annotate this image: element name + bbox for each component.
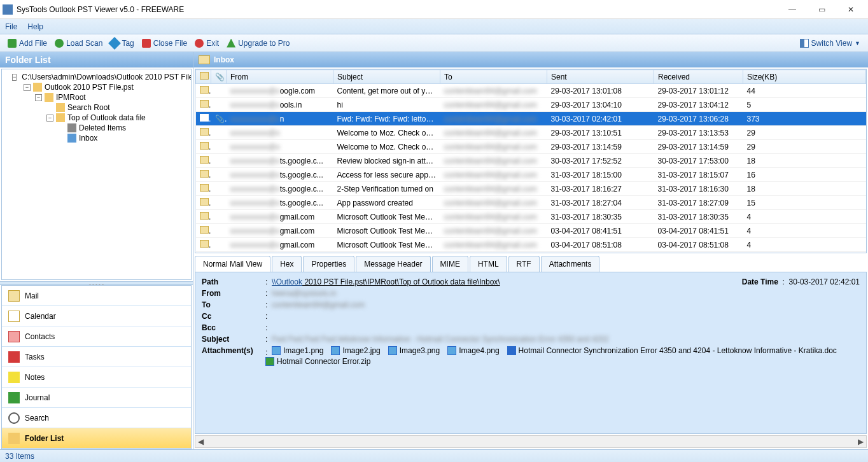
table-row[interactable]: xxxxxxxxxx@xWelcome to Moz. Check out ..…	[196, 126, 866, 140]
table-row[interactable]: xxxxxxxxxx@xts.google.c...2-Step Verific…	[196, 182, 866, 196]
chevron-down-icon: ▼	[855, 40, 860, 46]
size-cell: 18	[743, 182, 866, 196]
tab-attachments[interactable]: Attachments	[541, 256, 600, 272]
titlebar: SysTools Outlook PST Viewer v5.0 - FREEW…	[0, 0, 868, 19]
nav-tasks[interactable]: Tasks	[2, 347, 191, 367]
tab-rtf[interactable]: RTF	[508, 256, 540, 272]
col-subject[interactable]: Subject	[333, 70, 440, 84]
size-cell: 16	[743, 168, 866, 182]
attachment-item[interactable]: Image2.jpg	[331, 346, 380, 355]
subject-cell: Welcome to Moz. Check out ...	[333, 140, 440, 154]
table-row[interactable]: xxxxxxxxxx@xgmail.comMicrosoft Outlook T…	[196, 224, 866, 238]
tab-properties[interactable]: Properties	[303, 256, 354, 272]
attachment-item[interactable]: Image3.png	[388, 346, 440, 355]
col-env-icon[interactable]	[196, 70, 211, 84]
col-sent[interactable]: Sent	[547, 70, 654, 84]
received-cell: 29-03-2017 13:14:59	[654, 140, 743, 154]
grid-header-row[interactable]: 📎 From Subject To Sent Received Size(KB)	[196, 70, 866, 84]
table-row[interactable]: xxxxxxxxxx@xools.inhicontentteam94@gmail…	[196, 98, 866, 112]
received-cell: 31-03-2017 18:30:35	[654, 210, 743, 224]
sent-cell: 30-03-2017 17:52:52	[547, 154, 654, 168]
table-row[interactable]: xxxxxxxxxx@xts.google.c...App password c…	[196, 196, 866, 210]
collapse-icon[interactable]: −	[46, 115, 53, 122]
close-file-button[interactable]: Close File	[138, 38, 191, 49]
tree-node-deleted[interactable]: Deleted Items	[3, 123, 190, 133]
nav-calendar[interactable]: Calendar	[2, 306, 191, 326]
load-scan-button[interactable]: Load Scan	[51, 38, 106, 49]
image-icon	[388, 346, 397, 355]
scroll-left-icon[interactable]: ◀	[198, 437, 204, 446]
datetime-value: 30-03-2017 02:42:01	[789, 277, 860, 286]
table-row[interactable]: xxxxxxxxxx@xts.google.c...Review blocked…	[196, 154, 866, 168]
nav-notes[interactable]: Notes	[2, 367, 191, 388]
attachment-item[interactable]: Hotmail Connector Error.zip	[265, 357, 370, 366]
path-link[interactable]: \\Outlook	[272, 277, 302, 286]
sent-cell: 03-04-2017 08:41:51	[547, 224, 654, 238]
nav-folder-list[interactable]: Folder List	[2, 428, 191, 449]
tab-html[interactable]: HTML	[470, 256, 507, 272]
detail-body: Path : \\Outlook 2010 PST File.pst\IPMRo…	[195, 272, 867, 434]
tree-node-root[interactable]: −C:\Users\admin\Downloads\Outlook 2010 P…	[3, 72, 190, 82]
tree-node-search-root[interactable]: Search Root	[3, 102, 190, 113]
col-to[interactable]: To	[440, 70, 547, 84]
scroll-right-icon[interactable]: ▶	[858, 437, 864, 446]
table-row[interactable]: xxxxxxxxxx@xts.google.c...Access for les…	[196, 168, 866, 182]
folder-list-header: Folder List	[0, 52, 193, 67]
from-cell: xxxxxxxxxx@x	[230, 87, 280, 95]
to-cell: contentteam94@gmail.com	[444, 185, 537, 193]
table-row[interactable]: xxxxxxxxxx@xgmail.comMicrosoft Outlook T…	[196, 238, 866, 252]
tree-node-pst[interactable]: −Outlook 2010 PST File.pst	[3, 82, 190, 92]
attachments-label: Attachment(s)	[202, 346, 265, 355]
tag-button[interactable]: Tag	[106, 38, 137, 49]
table-row[interactable]: xxxxxxxxxx@xgmail.comMicrosoft Outlook T…	[196, 210, 866, 224]
path-label: Path	[202, 277, 265, 286]
menubar: File Help	[0, 19, 868, 34]
nav-journal[interactable]: Journal	[2, 388, 191, 408]
table-row[interactable]: xxxxxxxxxx@xWelcome to Moz. Check out ..…	[196, 140, 866, 154]
tab-mime[interactable]: MIME	[432, 256, 468, 272]
col-size[interactable]: Size(KB)	[743, 70, 866, 84]
tab-normal-mail-view[interactable]: Normal Mail View	[195, 256, 270, 272]
collapse-icon[interactable]: −	[35, 94, 42, 101]
menu-file[interactable]: File	[5, 22, 17, 31]
nav-contacts[interactable]: Contacts	[2, 326, 191, 347]
maximize-button[interactable]: ▭	[807, 0, 836, 19]
horizontal-scrollbar[interactable]: ◀ ▶	[195, 435, 867, 448]
collapse-icon[interactable]: −	[24, 84, 31, 91]
folder-tree[interactable]: −C:\Users\admin\Downloads\Outlook 2010 P…	[1, 69, 192, 280]
add-file-button[interactable]: Add File	[4, 38, 51, 49]
col-received[interactable]: Received	[654, 70, 743, 84]
nav-mail[interactable]: Mail	[2, 286, 191, 306]
exit-button[interactable]: Exit	[191, 38, 223, 49]
nav-search[interactable]: Search	[2, 408, 191, 428]
layout-icon	[800, 39, 809, 48]
switch-view-button[interactable]: Switch View ▼	[796, 38, 864, 49]
tab-message-header[interactable]: Message Header	[356, 256, 430, 272]
tree-node-inbox[interactable]: Inbox	[3, 133, 190, 143]
collapse-icon[interactable]: −	[12, 74, 17, 81]
tree-node-ipmroot[interactable]: −IPMRoot	[3, 92, 190, 102]
upgrade-button[interactable]: Upgrade to Pro	[223, 38, 293, 49]
close-button[interactable]: ✕	[836, 0, 865, 19]
inbox-header: Inbox	[193, 52, 868, 67]
tab-hex[interactable]: Hex	[272, 256, 302, 272]
attachment-item[interactable]: Image4.png	[447, 346, 499, 355]
menu-help[interactable]: Help	[27, 22, 43, 31]
left-pane: Folder List −C:\Users\admin\Downloads\Ou…	[0, 52, 193, 449]
mail-grid[interactable]: 📎 From Subject To Sent Received Size(KB)…	[195, 69, 867, 253]
sent-cell: 29-03-2017 13:10:51	[547, 126, 654, 140]
tree-node-top[interactable]: −Top of Outlook data file	[3, 113, 190, 123]
attachment-item[interactable]: Image1.png	[272, 346, 323, 355]
col-from[interactable]: From	[227, 70, 333, 84]
size-cell: 44	[743, 84, 866, 98]
minimize-button[interactable]: —	[778, 0, 807, 19]
col-attach-icon[interactable]: 📎	[211, 70, 227, 84]
table-row[interactable]: 📎xxxxxxxxxx@xnFwd: Fwd: Fwd: Fwd: lettok…	[196, 112, 866, 126]
folder-icon	[56, 113, 65, 122]
sent-cell: 03-04-2017 08:51:08	[547, 238, 654, 252]
to-cell: contentteam94@gmail.com	[444, 115, 537, 123]
attachment-item[interactable]: Hotmail Connector Synchronization Error …	[507, 346, 837, 355]
detail-tabs: Normal Mail View Hex Properties Message …	[195, 256, 867, 272]
table-row[interactable]: xxxxxxxxxx@xoogle.comContent, get more o…	[196, 84, 866, 98]
envelope-icon	[200, 142, 209, 150]
